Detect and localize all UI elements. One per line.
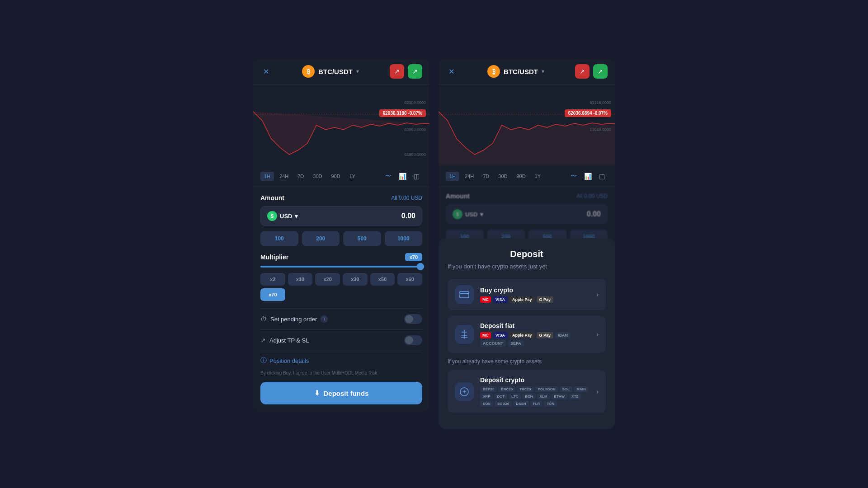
deposit-crypto-item[interactable]: Deposit crypto BEP20 ERC20 TRC20 POLYGON… bbox=[448, 370, 606, 413]
slider-container-left[interactable] bbox=[260, 266, 422, 267]
pending-order-text: Set pending order bbox=[270, 316, 317, 323]
tf-90d-right[interactable]: 90D bbox=[513, 172, 529, 181]
tf-1h-left[interactable]: 1H bbox=[260, 172, 274, 181]
currency-label-left: USD bbox=[280, 213, 292, 220]
buy-button-right[interactable]: ↗ bbox=[593, 64, 608, 79]
badge-eos: EOS bbox=[480, 401, 493, 407]
tpsl-text: Adjust TP & SL bbox=[269, 337, 309, 344]
multiplier-section-left: Multiplier x70 x2 x10 x20 x30 x50 x60 bbox=[260, 253, 422, 301]
chart-line-btn-right[interactable]: 〜 bbox=[568, 170, 580, 182]
price-label-bot: 61950.0000 bbox=[404, 152, 426, 157]
position-details-row[interactable]: ⓘ Position details bbox=[260, 351, 422, 370]
chart-tv-btn-right[interactable]: ◫ bbox=[596, 171, 608, 182]
tf-90d-left[interactable]: 90D bbox=[328, 172, 344, 181]
deposit-crypto-badges: BEP20 ERC20 TRC20 POLYGON SOL MAIN XRP D… bbox=[480, 386, 590, 407]
sell-button-right[interactable]: ↗ bbox=[575, 64, 590, 79]
btc-icon-left: ₿ bbox=[302, 65, 315, 78]
badge-trc20: TRC20 bbox=[517, 386, 533, 392]
tf-1h-right[interactable]: 1H bbox=[446, 172, 459, 181]
chart-line-btn-left[interactable]: 〜 bbox=[382, 170, 394, 182]
pending-order-toggle[interactable] bbox=[404, 314, 422, 324]
mult-x10-left[interactable]: x10 bbox=[288, 273, 313, 286]
tf-30d-left[interactable]: 30D bbox=[309, 172, 326, 181]
badge-googlepay-buy: G Pay bbox=[537, 296, 554, 303]
quick-100-left[interactable]: 100 bbox=[260, 231, 298, 246]
buy-crypto-item[interactable]: Buy crypto MC VISA Apple Pay G Pay › bbox=[448, 279, 606, 310]
mult-x70-left[interactable]: x70 bbox=[260, 288, 285, 301]
amount-value-left: 0.00 bbox=[298, 212, 415, 220]
mult-x30-left[interactable]: x30 bbox=[343, 273, 368, 286]
badge-bch: BCH bbox=[522, 394, 535, 399]
badge-visa-fiat: VISA bbox=[493, 332, 508, 338]
tf-7d-left[interactable]: 7D bbox=[294, 172, 307, 181]
tf-7d-right[interactable]: 7D bbox=[479, 172, 493, 181]
badge-main: MAIN bbox=[574, 386, 588, 392]
quick-1000-left[interactable]: 1000 bbox=[385, 231, 423, 246]
deposit-fiat-icon bbox=[455, 325, 474, 344]
sell-button-left[interactable]: ↗ bbox=[390, 64, 404, 79]
deposit-title: Deposit bbox=[448, 249, 606, 259]
currency-icon-right: $ bbox=[453, 209, 462, 219]
badge-dash: DASH bbox=[513, 401, 529, 407]
quick-500-left[interactable]: 500 bbox=[343, 231, 381, 246]
mult-x50-left[interactable]: x50 bbox=[370, 273, 395, 286]
pending-info-icon[interactable]: i bbox=[321, 315, 328, 323]
quick-200-left[interactable]: 200 bbox=[302, 231, 340, 246]
deposit-btn-label: Deposit funds bbox=[324, 389, 369, 397]
pending-order-label: ⏱ Set pending order i bbox=[260, 315, 328, 323]
mult-x2-left[interactable]: x2 bbox=[260, 273, 285, 286]
chart-area-right: 61116.0000 62036.6894 -0.07% 11040.0000 bbox=[439, 84, 615, 166]
close-button-right[interactable]: ✕ bbox=[446, 66, 457, 77]
badge-flr: FLR bbox=[530, 401, 543, 407]
badge-ltc: LTC bbox=[509, 394, 521, 399]
tpsl-label: ↗ Adjust TP & SL bbox=[260, 337, 309, 344]
tf-24h-left[interactable]: 24H bbox=[276, 172, 292, 181]
currency-chevron-right: ▾ bbox=[480, 211, 483, 218]
buy-crypto-chevron: › bbox=[596, 291, 599, 299]
deposit-crypto-chevron: › bbox=[596, 388, 599, 396]
badge-bep20: BEP20 bbox=[480, 386, 497, 392]
already-have-label: If you already have some crypto assets bbox=[448, 358, 606, 365]
badge-polygon: POLYGON bbox=[535, 386, 558, 392]
pair-selector-right[interactable]: ₿ BTC/USDT ▾ bbox=[487, 65, 544, 78]
chart-tv-btn-left[interactable]: ◫ bbox=[411, 171, 422, 182]
buy-button-left[interactable]: ↗ bbox=[408, 64, 422, 79]
multiplier-options-left: x2 x10 x20 x30 x50 x60 x70 bbox=[260, 273, 422, 301]
badge-sol: SOL bbox=[560, 386, 572, 392]
badge-sepa-fiat: SEPA bbox=[508, 340, 524, 347]
amount-header-left: Amount All 0.00 USD bbox=[260, 194, 422, 202]
svg-rect-0 bbox=[460, 291, 469, 298]
deposit-overlay: Deposit If you don't have crypto assets … bbox=[439, 238, 615, 429]
amount-label-right: Amount bbox=[446, 192, 470, 200]
mult-x20-left[interactable]: x20 bbox=[315, 273, 340, 286]
tf-24h-right[interactable]: 24H bbox=[461, 172, 477, 181]
badge-mastercard-fiat: MC bbox=[480, 332, 491, 338]
tf-1y-left[interactable]: 1Y bbox=[346, 172, 359, 181]
badge-visa-buy: VISA bbox=[493, 296, 508, 303]
close-button-left[interactable]: ✕ bbox=[260, 66, 271, 77]
disclaimer-text: By clicking Buy, I agree to the User Mul… bbox=[260, 370, 422, 382]
tpsl-icon: ↗ bbox=[260, 337, 266, 344]
tf-1y-right[interactable]: 1Y bbox=[531, 172, 544, 181]
mult-x60-left[interactable]: x60 bbox=[397, 273, 422, 286]
info-circle-icon: ⓘ bbox=[260, 357, 267, 365]
currency-selector-left[interactable]: $ USD ▾ bbox=[267, 211, 298, 221]
tf-30d-right[interactable]: 30D bbox=[495, 172, 511, 181]
currency-label-right: USD bbox=[465, 211, 477, 218]
pair-chevron-left: ▾ bbox=[356, 68, 359, 75]
deposit-funds-button[interactable]: ⬇ Deposit funds bbox=[260, 382, 422, 404]
tpsl-toggle[interactable] bbox=[404, 335, 422, 345]
pair-selector-left[interactable]: ₿ BTC/USDT ▾ bbox=[302, 65, 359, 78]
deposit-crypto-title: Deposit crypto bbox=[480, 376, 590, 384]
deposit-crypto-icon bbox=[455, 382, 474, 401]
all-link-left[interactable]: All 0.00 USD bbox=[391, 195, 422, 201]
buy-crypto-icon bbox=[455, 285, 474, 304]
amount-input-left[interactable]: $ USD ▾ 0.00 bbox=[260, 206, 422, 226]
chart-bar-btn-left[interactable]: 📊 bbox=[396, 171, 409, 182]
deposit-fiat-item[interactable]: Deposit fiat MC VISA Apple Pay G Pay IBA… bbox=[448, 316, 606, 353]
slider-thumb-left[interactable] bbox=[417, 263, 424, 270]
amount-input-right: $ USD ▾ 0.00 bbox=[446, 204, 608, 224]
chart-bar-btn-right[interactable]: 📊 bbox=[581, 171, 594, 182]
badge-ton: TON bbox=[544, 401, 557, 407]
price-label-mid: 62060.0000 bbox=[404, 127, 426, 132]
